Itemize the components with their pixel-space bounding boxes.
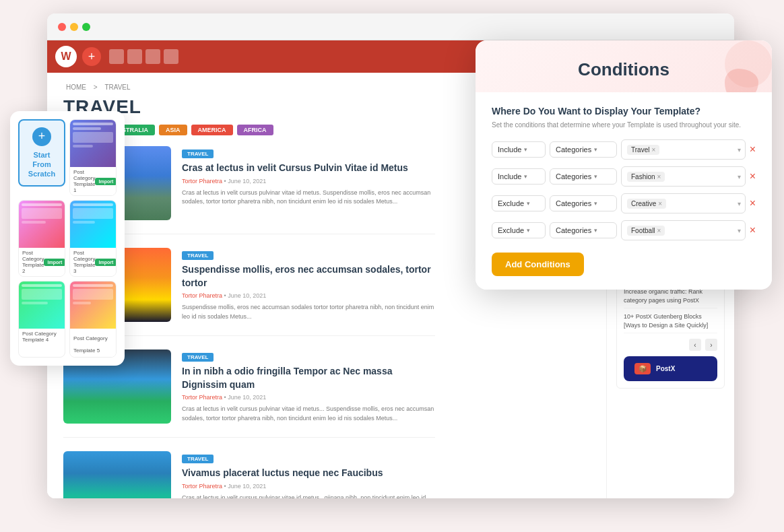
condition-row-4: Exclude ▾ Categories ▾ Football × ▾ ×	[492, 220, 756, 240]
tag-area-3[interactable]: Creative × ▾	[621, 193, 746, 213]
tag-area-chevron-1: ▾	[738, 146, 741, 154]
import-btn-3[interactable]: Import	[95, 259, 117, 266]
post-excerpt-3: Cras at lectus in velit cursus pulvinar …	[182, 405, 435, 423]
chevron-icon-1: ▾	[524, 146, 527, 153]
close-button[interactable]	[58, 23, 66, 31]
block-2	[127, 49, 142, 64]
post-meta-2: Tortor Pharetra • June 10, 2021	[182, 292, 435, 299]
tag-area-4[interactable]: Football × ▾	[621, 220, 746, 240]
template-item-1[interactable]: Post Category Template 1 Import	[69, 119, 117, 196]
tag-travel: Travel ×	[627, 145, 659, 155]
row-remove-2[interactable]: ×	[750, 170, 756, 182]
block-4	[164, 49, 178, 64]
tips-next-button[interactable]: ›	[705, 339, 717, 351]
template-name-1: Post Category Template 1	[73, 169, 95, 193]
tag-fashion-remove[interactable]: ×	[657, 173, 661, 180]
chevron-icon-3: ▾	[524, 173, 527, 180]
travel-badge-3: TRAVEL	[182, 353, 214, 362]
post-excerpt-1: Cras at lectus in velit cursus pulvinar …	[182, 189, 435, 207]
tag-africa[interactable]: AFRICA	[237, 125, 273, 135]
add-block-button[interactable]: +	[82, 47, 101, 66]
import-btn-1[interactable]: Import	[95, 178, 117, 185]
tag-area-chevron-4: ▾	[738, 227, 741, 234]
postx-banner: 📦 PostX	[624, 356, 717, 381]
decorative-circle	[725, 40, 772, 88]
post-title-2[interactable]: Suspendisse mollis, eros nec accumsan so…	[182, 263, 435, 290]
maximize-button[interactable]	[82, 23, 90, 31]
tips-prev-button[interactable]: ‹	[689, 339, 701, 351]
post-image-4	[63, 451, 171, 498]
tag-asia[interactable]: ASIA	[159, 125, 187, 135]
add-conditions-button[interactable]: Add Conditions	[492, 253, 584, 276]
block-1	[109, 49, 124, 64]
tag-america[interactable]: AMERICA	[191, 125, 233, 135]
template-name-5: Post Category Template 5	[73, 335, 108, 354]
start-from-scratch-item[interactable]: + Start FromScratch	[18, 119, 65, 187]
category-select-3[interactable]: Categories ▾	[550, 195, 617, 211]
traffic-lights	[58, 23, 90, 31]
import-btn-2[interactable]: Import	[44, 259, 65, 266]
chevron-icon-5: ▾	[527, 200, 530, 207]
conditions-modal-subtitle: Set the conditions that determine where …	[492, 120, 756, 130]
include-exclude-select-1[interactable]: Include ▾	[492, 141, 546, 158]
conditions-panel: Conditions Where Do You Want to Display …	[476, 40, 772, 290]
block-3	[145, 49, 160, 64]
conditions-title: Conditions	[496, 59, 752, 80]
template-gallery: + Start FromScratch Post Category Templa…	[10, 111, 125, 366]
tag-fashion: Fashion ×	[627, 172, 665, 182]
template-name-4: Post Category Template 4	[22, 331, 61, 343]
breadcrumb: HOME > TRAVEL	[63, 84, 435, 91]
tag-area-2[interactable]: Fashion × ▾	[621, 166, 746, 187]
tag-travel-remove[interactable]: ×	[651, 146, 655, 154]
include-exclude-select-3[interactable]: Exclude ▾	[492, 195, 546, 211]
post-title-1[interactable]: Cras at lectus in velit Cursus Pulvin Vi…	[182, 162, 435, 175]
travel-badge-2: TRAVEL	[182, 251, 214, 260]
row-remove-4[interactable]: ×	[750, 224, 756, 236]
post-meta-3: Tortor Pharetra • June 10, 2021	[182, 394, 435, 401]
post-title-3[interactable]: In in nibh a odio fringilla Tempor ac Ne…	[182, 365, 435, 391]
row-remove-3[interactable]: ×	[750, 197, 756, 209]
include-exclude-select-2[interactable]: Include ▾	[492, 168, 546, 185]
start-plus-icon: +	[32, 127, 51, 146]
travel-badge-4: TRAVEL	[182, 455, 214, 463]
category-select-1[interactable]: Categories ▾	[550, 141, 617, 158]
wp-logo-icon[interactable]: W	[55, 46, 77, 67]
chevron-icon-8: ▾	[594, 227, 597, 234]
category-select-4[interactable]: Categories ▾	[550, 222, 617, 238]
row-remove-1[interactable]: ×	[750, 143, 756, 156]
chevron-icon-4: ▾	[594, 173, 597, 180]
post-excerpt-4: Cras at lectus in velit cursus pulvinar …	[182, 494, 435, 498]
template-item-2[interactable]: Post Category Template 2 Import	[18, 200, 65, 277]
tag-area-chevron-3: ▾	[738, 200, 741, 207]
postx-logo-icon: 📦	[634, 363, 651, 374]
condition-row-3: Exclude ▾ Categories ▾ Creative × ▾ ×	[492, 193, 756, 213]
template-grid: + Start FromScratch Post Category Templa…	[18, 119, 117, 358]
conditions-modal-title: Where Do You Want to Display Your Templa…	[492, 106, 756, 117]
post-meta-4: Tortor Pharetra • June 10, 2021	[182, 483, 435, 490]
tag-creative-remove[interactable]: ×	[658, 200, 662, 207]
tag-area-1[interactable]: Travel × ▾	[621, 139, 746, 160]
template-name-3: Post Category Template 3	[73, 250, 95, 274]
conditions-body: Where Do You Want to Display Your Templa…	[476, 92, 772, 290]
template-item-5[interactable]: Post Category Template 5	[69, 281, 117, 358]
post-content-1: TRAVEL Cras at lectus in velit Cursus Pu…	[182, 146, 435, 220]
minimize-button[interactable]	[70, 23, 78, 31]
condition-row-1: Include ▾ Categories ▾ Travel × ▾ ×	[492, 139, 756, 160]
post-meta-1: Tortor Pharetra • June 10, 2021	[182, 178, 435, 185]
template-item-3[interactable]: Post Category Template 3 Import	[69, 200, 117, 277]
post-content-2: TRAVEL Suspendisse mollis, eros nec accu…	[182, 248, 435, 322]
tip-6[interactable]: 10+ PostX Gutenberg Blocks [Ways to Desi…	[624, 312, 717, 333]
include-exclude-select-4[interactable]: Exclude ▾	[492, 222, 546, 238]
chevron-icon-6: ▾	[594, 200, 597, 207]
start-label: Start FromScratch	[25, 150, 59, 179]
tip-5[interactable]: Increase organic traffic: Rank category …	[624, 288, 717, 308]
chevron-icon-2: ▾	[594, 146, 597, 153]
post-title-4[interactable]: Vivamus placerat luctus neque nec Faucib…	[182, 467, 435, 480]
post-content-4: TRAVEL Vivamus placerat luctus neque nec…	[182, 451, 435, 498]
condition-row-2: Include ▾ Categories ▾ Fashion × ▾ ×	[492, 166, 756, 187]
tips-nav: ‹ ›	[624, 339, 717, 351]
template-item-4[interactable]: Post Category Template 4	[18, 281, 65, 358]
tag-football-remove[interactable]: ×	[657, 227, 661, 234]
travel-badge-1: TRAVEL	[182, 149, 214, 158]
category-select-2[interactable]: Categories ▾	[550, 168, 617, 185]
